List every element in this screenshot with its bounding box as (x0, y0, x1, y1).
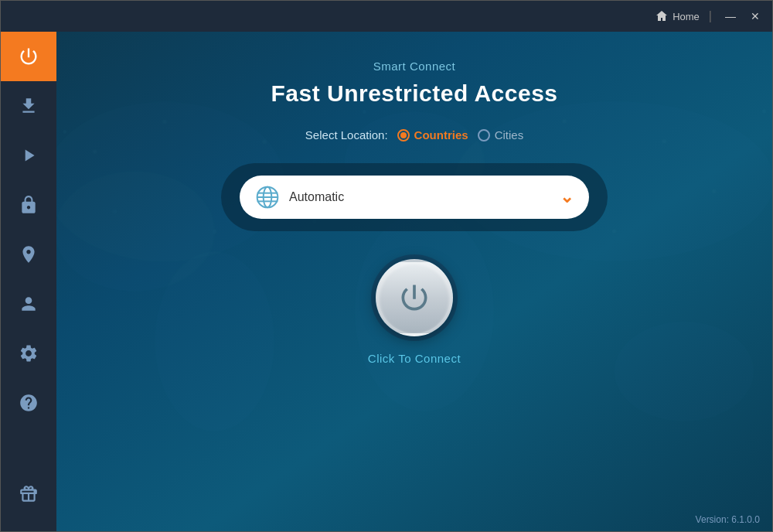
gear-icon (19, 343, 39, 363)
radio-cities[interactable]: Cities (478, 128, 524, 142)
home-button[interactable]: Home (656, 10, 700, 22)
power-icon (18, 46, 39, 67)
content-area: Smart Connect Fast Unrestricted Access S… (56, 32, 772, 531)
globe-icon (255, 185, 280, 210)
title-bar-controls: Home | — ✕ (656, 7, 764, 26)
location-dropdown[interactable]: Automatic ⌄ (240, 176, 589, 219)
location-label: Select Location: (305, 128, 388, 142)
dropdown-container: Automatic ⌄ (221, 163, 608, 231)
sidebar-item-play[interactable] (1, 131, 56, 180)
gift-icon (19, 484, 39, 504)
content-inner: Smart Connect Fast Unrestricted Access S… (56, 32, 772, 365)
radio-countries-dot[interactable] (397, 129, 410, 142)
sidebar-item-help[interactable] (1, 378, 56, 428)
sidebar-item-ip[interactable] (1, 230, 56, 279)
minimize-button[interactable]: — (721, 7, 740, 26)
home-icon (656, 10, 668, 22)
click-to-connect-label: Click To Connect (368, 352, 461, 365)
radio-countries-label: Countries (414, 128, 468, 142)
lock-icon (19, 195, 39, 215)
version-label: Version: 6.1.0.0 (696, 514, 760, 525)
radio-countries[interactable]: Countries (397, 128, 468, 142)
sidebar (1, 32, 56, 531)
title-bar: Home | — ✕ (1, 1, 772, 32)
ip-icon (19, 244, 39, 264)
power-button-container: Click To Connect (368, 259, 461, 365)
radio-cities-dot[interactable] (478, 129, 490, 142)
sidebar-item-privacy[interactable] (1, 180, 56, 230)
close-button[interactable]: ✕ (746, 7, 764, 26)
connect-power-button[interactable] (376, 259, 453, 336)
sidebar-power-button[interactable] (1, 32, 56, 81)
app-container: Home | — ✕ (0, 0, 773, 532)
sidebar-item-gift[interactable] (1, 469, 56, 519)
main-area: Smart Connect Fast Unrestricted Access S… (1, 32, 772, 531)
location-row: Select Location: Countries Cities (305, 128, 523, 142)
play-icon (19, 145, 39, 165)
dropdown-value: Automatic (289, 190, 550, 204)
user-icon (19, 294, 39, 314)
main-title: Fast Unrestricted Access (271, 80, 557, 107)
radio-cities-label: Cities (495, 128, 524, 142)
smart-connect-label: Smart Connect (373, 60, 456, 73)
chevron-down-icon: ⌄ (560, 187, 574, 207)
sidebar-item-account[interactable] (1, 279, 56, 329)
separator: | (709, 9, 712, 23)
sidebar-item-download[interactable] (1, 81, 56, 131)
power-button-icon (397, 281, 431, 315)
sidebar-item-settings[interactable] (1, 329, 56, 378)
question-icon (19, 393, 39, 413)
home-label: Home (673, 11, 700, 22)
download-icon (19, 96, 39, 116)
